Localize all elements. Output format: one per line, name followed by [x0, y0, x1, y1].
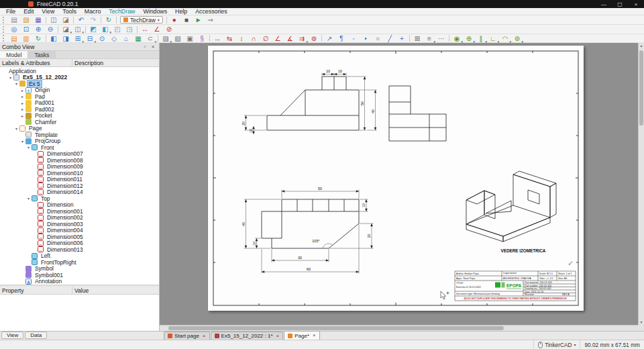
decorate-show-hide-icon[interactable]: ⊠: [411, 34, 423, 43]
menu-help[interactable]: Help: [171, 8, 191, 15]
techdraw-view-icon[interactable]: ◧: [48, 34, 60, 43]
tree-item-dimension[interactable]: ↔Dimension: [0, 202, 159, 209]
dimension-text[interactable]: 40: [371, 109, 375, 113]
dimension-text[interactable]: 10: [252, 242, 256, 246]
techdraw-page[interactable]: 10 10 50 40 20 10: [208, 46, 584, 311]
tree-item-symbol[interactable]: Symbol: [0, 266, 159, 272]
expand-arrow-icon[interactable]: ▸: [19, 101, 25, 105]
dimension-text[interactable]: 30: [298, 256, 302, 260]
tree-item-template[interactable]: Template: [0, 132, 159, 138]
techdraw-page-default-icon[interactable]: ▤: [8, 34, 20, 43]
expand-arrow-icon[interactable]: ▸: [19, 88, 25, 93]
expand-arrow-icon[interactable]: ▾: [25, 196, 32, 201]
paste-icon[interactable]: ◪: [60, 15, 72, 24]
side-view[interactable]: [389, 86, 446, 141]
vertical-scrollbar[interactable]: ▲ ▼: [638, 43, 644, 325]
maximize-button[interactable]: ▢: [612, 1, 628, 7]
techdraw-detail-view-icon[interactable]: ⊙: [96, 34, 108, 43]
dimension-text[interactable]: 10: [338, 69, 342, 73]
tree-item-dimension012[interactable]: ↔Dimension012: [0, 183, 159, 189]
dimension-angle-icon[interactable]: ∠: [272, 34, 284, 43]
fit-selection-icon[interactable]: ⊡: [20, 25, 32, 34]
extension-arc-dimension-icon[interactable]: ◠▾: [499, 34, 511, 43]
top-view[interactable]: 50 10 40 20 105° 30 60 10: [241, 187, 374, 274]
dimension-text[interactable]: 10: [326, 69, 330, 73]
tab-tasks[interactable]: Tasks: [28, 51, 56, 58]
techdraw-draft-view-icon[interactable]: ◇: [108, 34, 120, 43]
fit-all-icon[interactable]: ◎: [8, 25, 20, 34]
balloon-icon[interactable]: ⊚: [308, 34, 320, 43]
tree-item-dimension011[interactable]: ↔Dimension011: [0, 177, 159, 183]
tree-item-symbol001[interactable]: Symbol001: [0, 272, 159, 279]
measure-clear-icon[interactable]: ⊘: [163, 25, 175, 34]
tree-item-left[interactable]: Left: [0, 253, 159, 260]
tree-item-top[interactable]: ▾Top: [0, 195, 159, 202]
tree-item-dimension001[interactable]: ↔Dimension001: [0, 208, 159, 215]
scroll-up-icon[interactable]: ▲: [639, 44, 644, 48]
draw-style-icon[interactable]: ◪▾: [60, 25, 72, 34]
techdraw-projection-group-icon[interactable]: ⊞▾: [72, 34, 84, 43]
tree-item-page[interactable]: ▾Page: [0, 126, 159, 132]
techdraw-image-icon[interactable]: ▣: [184, 34, 196, 43]
navigation-style-selector[interactable]: TinkerCAD ▾: [533, 340, 580, 349]
open-folder-icon[interactable]: ▨: [20, 15, 32, 24]
tree-item-dimension006[interactable]: ↔Dimension006: [0, 240, 159, 247]
horizontal-scroll-thumb[interactable]: [168, 326, 504, 330]
techdraw-page-template-icon[interactable]: ▥: [20, 34, 32, 43]
menu-windows[interactable]: Windows: [139, 8, 171, 15]
techdraw-symbol-icon[interactable]: §: [196, 34, 208, 43]
view-front-icon[interactable]: ◧▾: [99, 25, 111, 34]
menu-file[interactable]: File: [2, 8, 19, 15]
dimension-extent-icon[interactable]: ⇉▾: [296, 34, 308, 43]
tree-item-dimension007[interactable]: ↔Dimension007: [0, 151, 159, 158]
rich-annotation-icon[interactable]: ¶: [335, 34, 347, 43]
scroll-down-icon[interactable]: ▼: [639, 320, 644, 324]
new-document-icon[interactable]: ▤: [8, 15, 20, 24]
dimension-text[interactable]: 20: [241, 121, 246, 126]
zoom-out-icon[interactable]: ⊖: [44, 25, 56, 34]
copy-icon[interactable]: ◫: [48, 15, 60, 24]
toolbar-handle[interactable]: [3, 35, 5, 42]
tree-item-dimension013[interactable]: ↔Dimension013: [0, 246, 159, 253]
isometric-view[interactable]: [466, 171, 556, 242]
tree-item-pocket[interactable]: ▸Pocket: [0, 113, 159, 119]
tab-view[interactable]: View: [1, 332, 23, 339]
toolbar-handle[interactable]: [3, 26, 5, 33]
tree-item-ex5-15-12-2022[interactable]: ▾Ex5_15_12_2022: [0, 74, 159, 81]
close-tab-icon[interactable]: ×: [313, 333, 316, 338]
dimension-radius-icon[interactable]: ∩: [248, 34, 260, 43]
line-attributes-icon[interactable]: ≡▾: [423, 34, 435, 43]
macro-debug-icon[interactable]: ⇒: [205, 15, 217, 24]
tree-item-pad002[interactable]: ▸Pad002: [0, 106, 159, 113]
menu-macro[interactable]: Macro: [80, 8, 105, 15]
document-tab-ex5-15-12-2022-1-[interactable]: Ex5_15_12_2022 : 1*×: [211, 332, 284, 340]
techdraw-arch-view-icon[interactable]: ⌂: [120, 34, 132, 43]
macro-record-icon[interactable]: ●: [168, 15, 180, 24]
techdraw-redraw-page-icon[interactable]: ↻: [32, 34, 44, 43]
tree-item-fronttopright[interactable]: FrontTopRight: [0, 259, 159, 266]
macro-play-icon[interactable]: ►: [193, 15, 205, 24]
dimension-diameter-icon[interactable]: ∅: [260, 34, 272, 43]
extension-chamfer-dimension-icon[interactable]: ∟▾: [487, 34, 499, 43]
cascade-spacing-icon[interactable]: ⋯: [435, 34, 447, 43]
extension-thread-icon[interactable]: ∥▾: [475, 34, 487, 43]
drawing-canvas[interactable]: 10 10 50 40 20 10: [160, 43, 644, 331]
expand-arrow-icon[interactable]: ▾: [7, 75, 13, 80]
front-view[interactable]: 10 10 50 40 20 10: [241, 69, 378, 135]
tree-item-application[interactable]: Application: [0, 68, 159, 74]
view-isometric-icon[interactable]: ◩: [87, 25, 99, 34]
tree-item-front[interactable]: ▾Front: [0, 144, 159, 151]
minimize-button[interactable]: —: [596, 1, 612, 7]
cosmetic-midpoint-icon[interactable]: •: [360, 34, 372, 43]
workbench-selector[interactable]: TechDraw▾: [120, 16, 163, 23]
tree-item-dimension010[interactable]: ↔Dimension010: [0, 170, 159, 177]
tree-item-dimension009[interactable]: ↔Dimension009: [0, 164, 159, 170]
extension-attributes-icon[interactable]: ◉▾: [451, 34, 463, 43]
zoom-in-icon[interactable]: ⊕: [32, 25, 44, 34]
annotation-symbol[interactable]: ✓: [568, 259, 574, 267]
dimension-text[interactable]: 20: [367, 234, 371, 238]
menu-view[interactable]: View: [38, 8, 58, 15]
tree-item-dimension002[interactable]: ↔Dimension002: [0, 215, 159, 221]
viewport-icon[interactable]: ◫▾: [72, 25, 84, 34]
tree-item-annotation[interactable]: AAnnotation: [0, 279, 159, 285]
